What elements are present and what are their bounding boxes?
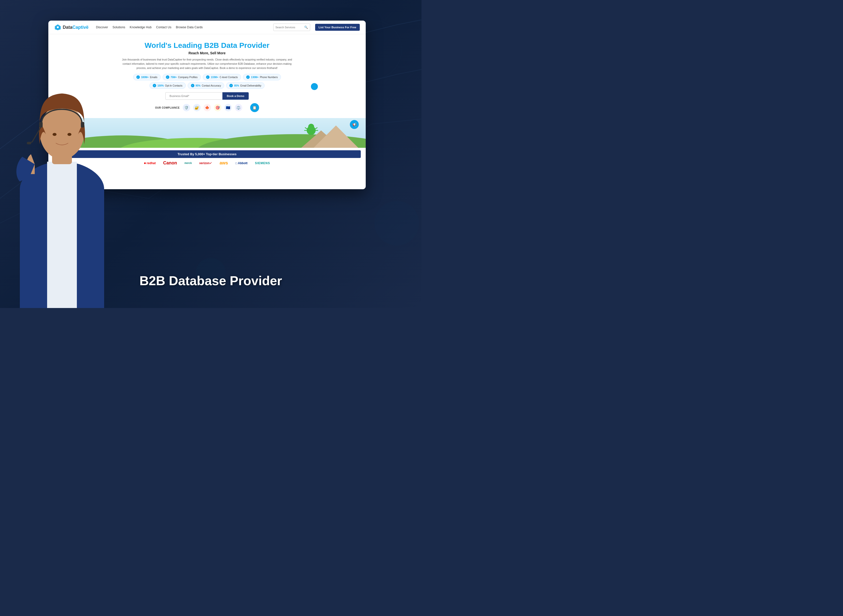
svg-rect-26 — [39, 122, 43, 128]
brand-aws: aws — [220, 160, 228, 166]
nav-discover[interactable]: Discover — [96, 26, 108, 29]
check-icon-3: ✓ — [206, 75, 210, 79]
demo-button[interactable]: Book a Demo — [223, 92, 249, 100]
check-icon-5: ✓ — [153, 84, 156, 87]
brand-merck: merck — [185, 162, 192, 164]
search-icon: 🔍 — [304, 26, 308, 29]
person-photo — [0, 70, 124, 308]
compliance-badge-2: 🔐 — [193, 104, 201, 111]
brand-canon: Canon — [163, 160, 177, 166]
check-icon-1: ✓ — [136, 75, 140, 79]
logo: DataCaptivë — [54, 24, 88, 31]
bottom-title: B2B Database Provider — [139, 273, 282, 288]
notification-badge: 📋 — [250, 103, 259, 112]
person-silhouette — [0, 70, 124, 308]
stat-clevel-contacts: ✓ 133M+ C-level Contacts — [203, 74, 241, 80]
svg-point-25 — [67, 133, 72, 136]
compliance-badge-5: 🇪🇺 — [224, 104, 232, 111]
nav-links: Discover Solutions Knowledge Hub Contact… — [96, 26, 268, 29]
brand-siemens: SIEMENS — [255, 161, 270, 165]
compliance-badge-6: ⚖️ — [235, 104, 242, 111]
svg-point-23 — [40, 105, 84, 159]
stat-optin: ✓ 100% Opt-In Contacts — [150, 82, 186, 89]
navbar: DataCaptivë Discover Solutions Knowledge… — [48, 21, 366, 34]
hero-title: World's Leading B2B Data Provider — [58, 41, 356, 50]
search-input[interactable] — [276, 26, 303, 29]
brand-abbott: □ Abbott — [235, 161, 248, 165]
compliance-badge-3: 🍁 — [204, 104, 211, 111]
brand-verizon: verizon✓ — [199, 161, 212, 165]
check-icon-4: ✓ — [246, 75, 250, 79]
check-icon-2: ✓ — [166, 75, 169, 79]
nav-browse-data-cards[interactable]: Browse Data Cards — [176, 26, 202, 29]
svg-point-6 — [374, 201, 419, 245]
svg-point-24 — [53, 133, 57, 136]
search-box: 🔍 — [273, 23, 310, 31]
nav-solutions[interactable]: Solutions — [113, 26, 125, 29]
check-icon-7: ✓ — [229, 84, 233, 87]
hero-description: Join thousands of businesses that trust … — [120, 57, 294, 70]
svg-point-17 — [308, 124, 314, 130]
stat-company-profiles: ✓ 75M+ Company Profiles — [163, 74, 201, 80]
logo-icon — [54, 24, 61, 31]
stat-emails: ✓ 180M+ Emails — [133, 74, 161, 80]
compliance-badge-1: 🛡️ — [183, 104, 190, 111]
stat-deliverability: ✓ 85% Email Deliverability — [226, 82, 264, 89]
bottom-text-section: B2B Database Provider — [139, 273, 282, 288]
list-business-button[interactable]: List Your Business For Free — [315, 24, 360, 31]
svg-rect-27 — [81, 122, 84, 128]
stat-phone-numbers: ✓ 130M+ Phone Numbers — [243, 74, 281, 80]
brand-redhat: ■ redhat — [144, 161, 156, 165]
nav-contact-us[interactable]: Contact Us — [156, 26, 172, 29]
logo-text: DataCaptivë — [63, 25, 88, 30]
stat-accuracy: ✓ 95% Contact Accuracy — [188, 82, 224, 89]
svg-rect-9 — [57, 26, 59, 28]
blue-accent-right — [311, 83, 318, 90]
email-input[interactable] — [166, 92, 223, 100]
check-icon-6: ✓ — [191, 84, 194, 87]
hero-subtitle: Reach More, Sell More — [58, 51, 356, 55]
compliance-badge-4: 🎯 — [214, 104, 221, 111]
nav-knowledge-hub[interactable]: Knowledge Hub — [130, 26, 151, 29]
svg-rect-28 — [27, 142, 31, 144]
compliance-label: OUR COMPLIANCE — [155, 106, 179, 109]
